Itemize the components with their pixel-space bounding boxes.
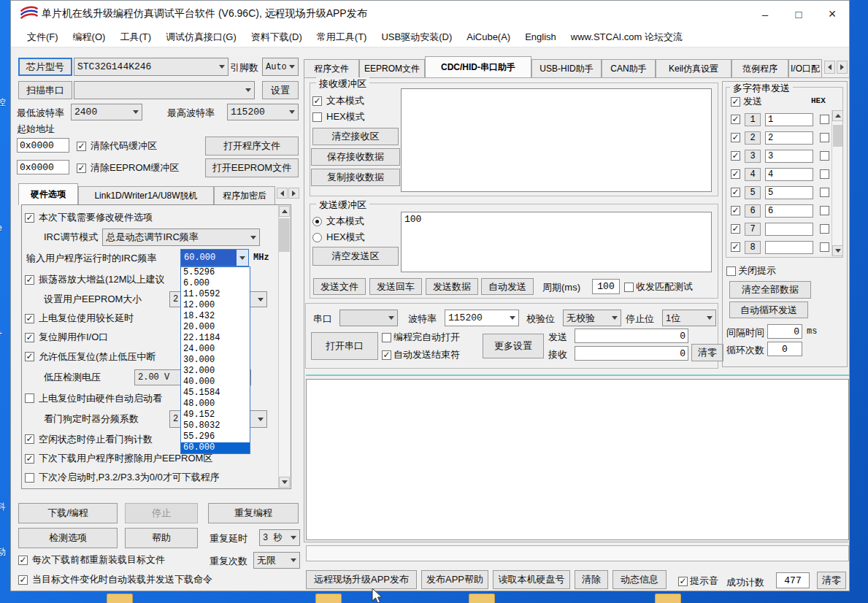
reset-io-checkbox[interactable] (25, 333, 34, 342)
auto-open-option[interactable]: 编程完自动打开 (382, 331, 460, 344)
modify-hw-checkbox[interactable] (25, 213, 34, 223)
clear-code-checkbox[interactable] (77, 142, 86, 151)
tab-eeprom-file[interactable]: EEPROM文件 (359, 59, 425, 78)
freq-option[interactable]: 60.000 (181, 442, 250, 453)
row-number-button[interactable]: 8 (745, 241, 761, 254)
repeat-times-select[interactable]: 无限 (253, 552, 300, 569)
lvr-checkbox[interactable] (25, 352, 34, 361)
row-send-checkbox[interactable] (731, 206, 740, 215)
row-number-button[interactable]: 5 (745, 186, 761, 199)
irc-freq-select[interactable]: 60.000 (180, 249, 249, 266)
chip-model-button[interactable]: 芯片型号 (18, 58, 72, 76)
freq-option[interactable]: 6.000 (181, 278, 250, 289)
freq-option[interactable]: 32.000 (181, 366, 250, 377)
row-hex-checkbox[interactable] (820, 115, 829, 124)
autoload-option[interactable]: 当目标文件变化时自动装载并发送下载命令 (18, 573, 212, 586)
row-value-input[interactable]: 3 (765, 150, 813, 163)
row-send-checkbox[interactable] (731, 115, 740, 124)
hw-wdt-checkbox[interactable] (25, 393, 34, 403)
send-text-mode-radio[interactable] (312, 217, 322, 226)
right-tab-scroll-left-button[interactable] (824, 61, 835, 74)
repeat-program-button[interactable]: 重复编程 (208, 503, 299, 523)
freq-option[interactable]: 45.1584 (181, 388, 250, 399)
beep-option[interactable]: 提示音 (678, 575, 718, 588)
row-hex-checkbox[interactable] (820, 188, 829, 197)
freq-option[interactable]: 12.000 (181, 300, 250, 311)
scrollbar-thumb[interactable] (833, 125, 842, 147)
row-send-checkbox[interactable] (731, 224, 740, 234)
multi-scrollbar[interactable] (831, 110, 842, 256)
download-button[interactable]: 下载/编程 (18, 503, 118, 523)
tab-program-file[interactable]: 程序文件 (304, 59, 359, 78)
auto-send-button[interactable]: 自动发送 (481, 278, 534, 295)
freq-option[interactable]: 24.000 (181, 344, 250, 355)
menu-item[interactable]: English (518, 31, 564, 42)
open-port-button[interactable]: 打开串口 (311, 332, 378, 360)
row-value-input[interactable] (765, 223, 813, 236)
code-address-input[interactable]: 0x0000 (17, 138, 69, 153)
send-textarea[interactable]: 100 (401, 212, 712, 272)
row-number-button[interactable]: 1 (745, 113, 761, 126)
freq-option[interactable]: 50.8032 (181, 420, 250, 431)
settings-button[interactable]: 设置 (262, 81, 299, 99)
send-file-button[interactable]: 发送文件 (313, 278, 366, 295)
recv-hex-mode-option[interactable]: HEX模式 (312, 110, 365, 123)
serial-port-select[interactable] (74, 81, 255, 99)
auto-terminator-option[interactable]: 自动发送结束符 (382, 348, 460, 361)
close-tip-option[interactable]: 关闭提示 (726, 264, 776, 277)
repeat-delay-select[interactable]: 3 秒 (259, 529, 300, 546)
menu-item[interactable]: AiCube(A) (459, 31, 518, 42)
freq-option[interactable]: 5.5296 (181, 267, 250, 278)
freq-option[interactable]: 11.0592 (181, 289, 250, 300)
menu-item[interactable]: 常用工具(T) (310, 31, 375, 44)
freq-option[interactable]: 49.152 (181, 410, 250, 420)
message-textarea[interactable] (306, 379, 849, 540)
menu-item[interactable]: 调试仿真接口(G) (158, 31, 244, 44)
freq-option[interactable]: 40.000 (181, 377, 250, 388)
menu-item[interactable]: 资料下载(D) (244, 31, 310, 44)
row-send-checkbox[interactable] (731, 151, 740, 161)
baud-select[interactable]: 115200 (445, 310, 519, 326)
more-settings-button[interactable]: 更多设置 (483, 334, 544, 358)
loop-count-input[interactable]: 0 (767, 342, 802, 356)
match-test-checkbox[interactable] (624, 283, 634, 292)
tab-scroll-left-button[interactable] (277, 188, 288, 199)
menu-item[interactable]: 编程(O) (66, 31, 113, 44)
check-options-button[interactable]: 检测选项 (18, 528, 118, 548)
receive-textarea[interactable] (401, 88, 712, 192)
idle-wdt-checkbox[interactable] (25, 434, 34, 444)
osc-gain-checkbox[interactable] (25, 275, 34, 285)
row-send-checkbox[interactable] (731, 133, 740, 142)
tab-scroll-right-button[interactable] (288, 188, 299, 199)
com-port-select[interactable] (339, 310, 398, 326)
row-hex-checkbox[interactable] (820, 206, 829, 215)
stopbit-select[interactable]: 1位 (662, 310, 716, 326)
auto-loop-send-button[interactable]: 自动循环发送 (729, 302, 808, 318)
menu-item[interactable]: 工具(T) (112, 31, 158, 44)
clear-all-data-button[interactable]: 清空全部数据 (729, 281, 811, 299)
auto-open-checkbox[interactable] (382, 333, 391, 342)
period-input[interactable]: 100 (592, 279, 620, 294)
row-hex-checkbox[interactable] (820, 169, 829, 179)
menu-item[interactable]: www.STCAI.com 论坛交流 (564, 31, 690, 44)
clear-counts-button[interactable]: 清零 (691, 344, 723, 361)
row-number-button[interactable]: 6 (745, 204, 761, 218)
max-baud-select[interactable]: 115200 (227, 104, 299, 120)
tab-io-config[interactable]: I/O口配 (788, 59, 822, 78)
recv-text-mode-option[interactable]: 文本模式 (312, 94, 364, 107)
freq-option[interactable]: 30.000 (181, 355, 250, 366)
option-cold-boot[interactable]: 下次冷启动时,P3.2/P3.3为0/0才可下载程序 (25, 468, 267, 485)
beep-checkbox[interactable] (678, 577, 688, 586)
multi-send-option[interactable]: 发送 (731, 95, 762, 108)
freq-option[interactable]: 55.296 (181, 431, 250, 442)
help-button[interactable]: 帮助 (125, 528, 198, 548)
tab-usb-hid[interactable]: USB-HID助手 (531, 59, 602, 78)
freq-option[interactable]: 22.1184 (181, 333, 250, 344)
reload-target-option[interactable]: 每次下载前都重新装载目标文件 (18, 553, 165, 566)
row-hex-checkbox[interactable] (820, 133, 829, 142)
clear-eeprom-option[interactable]: 清除EEPROM缓冲区 (77, 161, 179, 174)
row-hex-checkbox[interactable] (820, 151, 829, 161)
tab-cdc-hid-serial[interactable]: CDC/HID-串口助手 (425, 56, 531, 78)
row-value-input[interactable]: 2 (765, 131, 813, 145)
send-data-button[interactable]: 发送数据 (426, 278, 478, 295)
